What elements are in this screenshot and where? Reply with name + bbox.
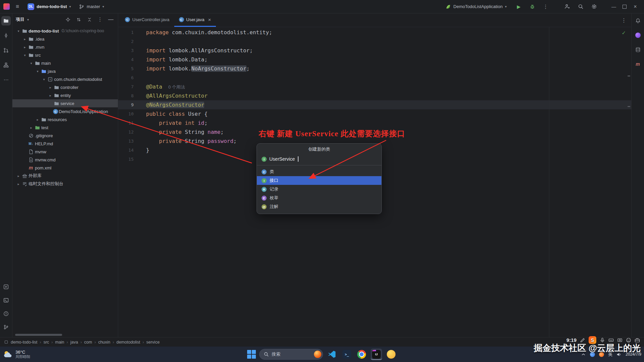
main-menu-icon[interactable]: ≡ (13, 2, 22, 11)
popup-option-接口[interactable]: I接口 (257, 176, 381, 185)
taskbar-app-vscode[interactable] (326, 349, 338, 360)
chevron-right-icon[interactable]: ▸ (16, 182, 21, 186)
tree-item-test[interactable]: ▸test (12, 123, 118, 132)
breadcrumb-item-main[interactable]: main (55, 340, 64, 345)
tool-button-pull-requests[interactable] (1, 46, 11, 55)
class-name-input[interactable]: I UserService (257, 155, 381, 165)
chevron-right-icon[interactable]: ▸ (22, 45, 28, 49)
tree-item-pom.xml[interactable]: mpom.xml (12, 164, 118, 172)
branch-widget[interactable]: master ▾ (77, 3, 106, 10)
taskbar-search[interactable]: 搜索 (259, 349, 323, 360)
tree-item-HELP.md[interactable]: M↓HELP.md (12, 140, 118, 148)
popup-option-注解[interactable]: @注解 (257, 202, 381, 211)
horizontal-scrollbar[interactable] (15, 334, 62, 336)
tree-item-src[interactable]: ▾src (12, 51, 118, 59)
tree-item-entity[interactable]: ▸entity (12, 91, 118, 99)
breadcrumb-item-demo-todo-list[interactable]: demo-todo-list (11, 340, 37, 345)
breadcrumb-item-chuxin[interactable]: chuxin (98, 340, 110, 345)
chevron-right-icon[interactable]: ▸ (16, 174, 21, 178)
tree-item-.gitignore[interactable]: .gitignore (12, 132, 118, 140)
weather-desc: 局部晴朗 (15, 355, 30, 359)
maven-icon: m (636, 61, 640, 67)
tree-item-外部库[interactable]: ▸外部库 (12, 172, 118, 180)
tool-button-maven[interactable]: m (633, 59, 643, 69)
code-segment (195, 120, 198, 126)
search-button[interactable] (576, 2, 585, 11)
tool-button-database[interactable] (633, 45, 643, 54)
chevron-down-icon[interactable]: ▾ (22, 53, 28, 57)
chevron-down-icon[interactable]: ▾ (41, 77, 47, 81)
tool-button-terminal[interactable] (1, 296, 11, 305)
tree-item-mvnw[interactable]: mvnw (12, 148, 118, 156)
tree-item-demo-todo-list[interactable]: ▾demo-todo-listG:\chuxin-cs\spring-boo (12, 27, 118, 35)
popup-option-记录[interactable]: R记录 (257, 185, 381, 194)
inspection-ok-icon[interactable]: ✓ (622, 30, 626, 36)
collapse-all-icon[interactable] (86, 16, 93, 23)
debug-button[interactable] (528, 2, 537, 11)
taskbar-app-yellow-app[interactable] (385, 349, 397, 360)
breadcrumb-item-com[interactable]: com (84, 340, 92, 345)
tool-button-commit[interactable] (1, 31, 11, 40)
project-widget[interactable]: DL demo-todo-list ▾ (25, 2, 73, 11)
popup-option-枚举[interactable]: E枚举 (257, 194, 381, 202)
tree-item-com.chuxin.demotodolist[interactable]: ▾com.chuxin.demotodolist (12, 75, 118, 83)
breadcrumb-item-java[interactable]: java (70, 340, 78, 345)
weather-widget[interactable]: 36°C 局部晴朗 (3, 349, 30, 359)
editor-tab-UserController.java[interactable]: CUserController.java (120, 13, 174, 27)
tree-item-main[interactable]: ▾main (12, 59, 118, 67)
editor-options-icon[interactable]: ⋮ (621, 17, 627, 23)
tree-item-临时文件和控制台[interactable]: ▸临时文件和控制台 (12, 180, 118, 188)
tree-item-service[interactable]: service (12, 99, 118, 107)
tool-button-run-services[interactable] (1, 282, 11, 292)
tab-label: User.java (186, 17, 204, 22)
tool-button-version-control[interactable] (1, 322, 11, 332)
scrollbar-mark (628, 106, 630, 107)
popup-option-类[interactable]: C类 (257, 167, 381, 176)
tree-item-.idea[interactable]: ▸.idea (12, 35, 118, 43)
run-config-widget[interactable]: DemoTodoListApplication ▾ (443, 3, 509, 10)
chevron-down-icon[interactable]: ▾ (27, 18, 29, 21)
tool-button-project[interactable] (1, 16, 11, 25)
editor-tab-User.java[interactable]: CUser.java× (174, 13, 216, 27)
more-vertical-button[interactable]: ⋮ (541, 2, 550, 11)
tool-button-notifications[interactable] (633, 16, 643, 25)
taskbar-app-windows-terminal[interactable]: >_ (341, 349, 353, 360)
run-button[interactable]: ▶ (514, 2, 523, 11)
copilot-icon[interactable] (314, 351, 321, 358)
close-button[interactable]: × (630, 2, 641, 11)
chevron-right-icon[interactable]: ▸ (48, 86, 53, 89)
maximize-button[interactable] (619, 2, 630, 11)
chevron-right-icon[interactable]: ▸ (48, 94, 53, 97)
tree-item-java[interactable]: ▾java (12, 67, 118, 75)
hide-icon[interactable]: — (107, 16, 114, 23)
scroll-from-source-icon[interactable] (75, 16, 82, 23)
minimize-button[interactable]: — (608, 2, 619, 11)
tree-item-label: com.chuxin.demotodolist (54, 77, 102, 82)
tool-button-more[interactable]: ⋯ (1, 75, 11, 85)
tree-item-mvnw.cmd[interactable]: mvnw.cmd (12, 156, 118, 164)
start-button[interactable] (247, 350, 256, 359)
tool-button-problems[interactable] (1, 309, 11, 318)
tool-button-structure[interactable] (1, 60, 11, 70)
chevron-right-icon[interactable]: ▸ (35, 118, 40, 121)
taskbar-app-intellij-idea[interactable]: IJ (371, 349, 382, 360)
breadcrumb-item-service[interactable]: service (146, 340, 160, 345)
locate-icon[interactable] (64, 16, 72, 23)
tree-item-resources[interactable]: ▸resources (12, 115, 118, 123)
breadcrumb-item-src[interactable]: src (43, 340, 49, 345)
close-tab-icon[interactable]: × (208, 17, 211, 22)
tree-item-DemoTodoListApplication[interactable]: CDemoTodoListApplication (12, 107, 118, 115)
tool-button-ai-assistant[interactable] (633, 31, 643, 40)
taskbar-app-chrome[interactable] (356, 349, 367, 360)
settings-button[interactable] (590, 2, 598, 11)
add-user-button[interactable] (563, 2, 571, 11)
chevron-down-icon[interactable]: ▾ (29, 61, 34, 65)
more-vertical-icon[interactable]: ⋮ (96, 16, 104, 23)
tree-item-.mvn[interactable]: ▸.mvn (12, 43, 118, 51)
chevron-right-icon[interactable]: ▸ (29, 126, 34, 130)
breadcrumb-item-demotodolist[interactable]: demotodolist (117, 340, 140, 345)
tree-item-controller[interactable]: ▸controller (12, 83, 118, 91)
chevron-down-icon[interactable]: ▾ (35, 69, 40, 73)
chevron-down-icon[interactable]: ▾ (16, 29, 21, 33)
chevron-right-icon[interactable]: ▸ (22, 37, 28, 41)
